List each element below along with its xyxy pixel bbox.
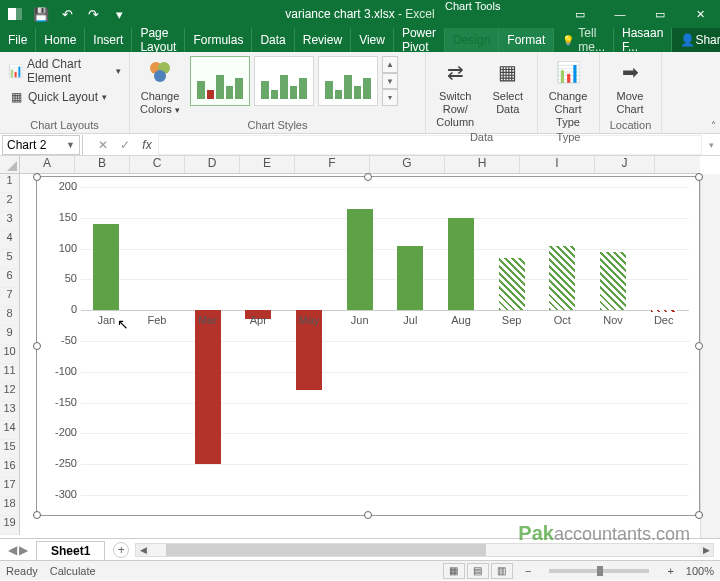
scroll-right-icon[interactable]: ▶ bbox=[699, 544, 713, 556]
column-header[interactable]: G bbox=[370, 156, 445, 173]
save-icon[interactable]: 💾 bbox=[30, 3, 52, 25]
chevron-down-icon[interactable]: ▼ bbox=[66, 140, 75, 150]
data-bar[interactable] bbox=[651, 310, 677, 312]
row-header[interactable]: 15 bbox=[0, 440, 19, 459]
tab-page-layout[interactable]: Page Layout bbox=[132, 28, 185, 52]
qat-customize-icon[interactable]: ▾ bbox=[108, 3, 130, 25]
gallery-scroll[interactable]: ▲▼▾ bbox=[382, 56, 398, 106]
chart-style-3[interactable] bbox=[318, 56, 378, 106]
zoom-slider[interactable] bbox=[549, 569, 649, 573]
tab-view[interactable]: View bbox=[351, 28, 394, 52]
row-header[interactable]: 8 bbox=[0, 307, 19, 326]
data-bar[interactable] bbox=[93, 224, 119, 310]
tab-home[interactable]: Home bbox=[36, 28, 85, 52]
vertical-scrollbar[interactable] bbox=[700, 174, 720, 538]
move-chart-button[interactable]: ➡Move Chart bbox=[606, 56, 654, 116]
row-header[interactable]: 12 bbox=[0, 383, 19, 402]
tab-design[interactable]: Design bbox=[445, 28, 499, 52]
row-header[interactable]: 11 bbox=[0, 364, 19, 383]
row-header[interactable]: 17 bbox=[0, 478, 19, 497]
row-header[interactable]: 3 bbox=[0, 212, 19, 231]
resize-handle[interactable] bbox=[33, 511, 41, 519]
tab-power-pivot[interactable]: Power Pivot bbox=[394, 28, 445, 52]
resize-handle[interactable] bbox=[364, 511, 372, 519]
cancel-formula-icon[interactable]: ✕ bbox=[92, 138, 114, 152]
normal-view-icon[interactable]: ▦ bbox=[443, 563, 465, 579]
row-header[interactable]: 13 bbox=[0, 402, 19, 421]
zoom-thumb[interactable] bbox=[597, 566, 603, 576]
tab-review[interactable]: Review bbox=[295, 28, 351, 52]
resize-handle[interactable] bbox=[695, 511, 703, 519]
select-data-button[interactable]: ▦Select Data bbox=[485, 56, 532, 116]
row-header[interactable]: 1 bbox=[0, 174, 19, 193]
user-account[interactable]: Hasaan F... bbox=[614, 28, 672, 52]
switch-row-column-button[interactable]: ⇄Switch Row/ Column bbox=[432, 56, 479, 129]
select-all-button[interactable] bbox=[0, 156, 20, 174]
row-header[interactable]: 14 bbox=[0, 421, 19, 440]
chart-style-2[interactable] bbox=[254, 56, 314, 106]
plot-area[interactable]: 200150100500-50-100-150-200-250-300JanFe… bbox=[81, 187, 689, 495]
scroll-left-icon[interactable]: ◀ bbox=[136, 544, 150, 556]
close-icon[interactable]: ✕ bbox=[680, 0, 720, 28]
row-header[interactable]: 5 bbox=[0, 250, 19, 269]
change-chart-type-button[interactable]: 📊Change Chart Type bbox=[544, 56, 592, 129]
prev-sheet-icon[interactable]: ◀ bbox=[8, 543, 17, 557]
excel-icon[interactable] bbox=[4, 3, 26, 25]
page-break-view-icon[interactable]: ▥ bbox=[491, 563, 513, 579]
data-bar[interactable] bbox=[347, 209, 373, 311]
ribbon-display-icon[interactable]: ▭ bbox=[560, 0, 600, 28]
quick-layout-button[interactable]: ▦Quick Layout▾ bbox=[6, 88, 109, 106]
column-header[interactable]: C bbox=[130, 156, 185, 173]
add-chart-element-button[interactable]: 📊Add Chart Element▾ bbox=[6, 56, 123, 86]
new-sheet-button[interactable]: + bbox=[113, 542, 129, 558]
undo-icon[interactable]: ↶ bbox=[56, 3, 78, 25]
data-bar[interactable] bbox=[448, 218, 474, 310]
collapse-ribbon-icon[interactable]: ˄ bbox=[711, 120, 716, 131]
column-header[interactable]: A bbox=[20, 156, 75, 173]
column-header[interactable]: F bbox=[295, 156, 370, 173]
share-button[interactable]: 👤 Share bbox=[672, 28, 720, 52]
next-sheet-icon[interactable]: ▶ bbox=[19, 543, 28, 557]
resize-handle[interactable] bbox=[695, 342, 703, 350]
expand-formula-icon[interactable]: ▾ bbox=[702, 140, 720, 150]
row-header[interactable]: 4 bbox=[0, 231, 19, 250]
minimize-icon[interactable]: — bbox=[600, 0, 640, 28]
page-layout-view-icon[interactable]: ▤ bbox=[467, 563, 489, 579]
tab-data[interactable]: Data bbox=[252, 28, 294, 52]
data-bar[interactable] bbox=[195, 310, 221, 464]
scroll-thumb[interactable] bbox=[166, 544, 486, 556]
maximize-icon[interactable]: ▭ bbox=[640, 0, 680, 28]
name-box[interactable]: Chart 2▼ bbox=[2, 135, 80, 155]
tab-format[interactable]: Format bbox=[499, 28, 554, 52]
zoom-in-button[interactable]: + bbox=[667, 565, 673, 577]
row-header[interactable]: 18 bbox=[0, 497, 19, 516]
data-bar[interactable] bbox=[499, 258, 525, 310]
sheet-nav[interactable]: ◀▶ bbox=[0, 543, 36, 557]
row-header[interactable]: 2 bbox=[0, 193, 19, 212]
redo-icon[interactable]: ↷ bbox=[82, 3, 104, 25]
data-bar[interactable] bbox=[600, 252, 626, 311]
row-header[interactable]: 9 bbox=[0, 326, 19, 345]
column-header[interactable]: B bbox=[75, 156, 130, 173]
row-header[interactable]: 16 bbox=[0, 459, 19, 478]
chart-object[interactable]: 200150100500-50-100-150-200-250-300JanFe… bbox=[36, 176, 700, 516]
enter-formula-icon[interactable]: ✓ bbox=[114, 138, 136, 152]
tell-me-input[interactable]: 💡Tell me... bbox=[554, 28, 614, 52]
gallery-up-icon[interactable]: ▲ bbox=[382, 56, 398, 73]
column-header[interactable]: E bbox=[240, 156, 295, 173]
gallery-more-icon[interactable]: ▾ bbox=[382, 89, 398, 106]
data-bar[interactable] bbox=[549, 246, 575, 311]
fx-icon[interactable]: fx bbox=[136, 138, 158, 152]
row-header[interactable]: 10 bbox=[0, 345, 19, 364]
row-header[interactable]: 7 bbox=[0, 288, 19, 307]
resize-handle[interactable] bbox=[364, 173, 372, 181]
tab-file[interactable]: File bbox=[0, 28, 36, 52]
column-header[interactable]: H bbox=[445, 156, 520, 173]
row-header[interactable]: 6 bbox=[0, 269, 19, 288]
tab-insert[interactable]: Insert bbox=[85, 28, 132, 52]
zoom-level[interactable]: 100% bbox=[686, 565, 714, 577]
formula-input[interactable] bbox=[158, 135, 702, 155]
change-colors-button[interactable]: Change Colors ▾ bbox=[136, 56, 184, 117]
data-bar[interactable] bbox=[397, 246, 423, 311]
chart-style-1[interactable] bbox=[190, 56, 250, 106]
